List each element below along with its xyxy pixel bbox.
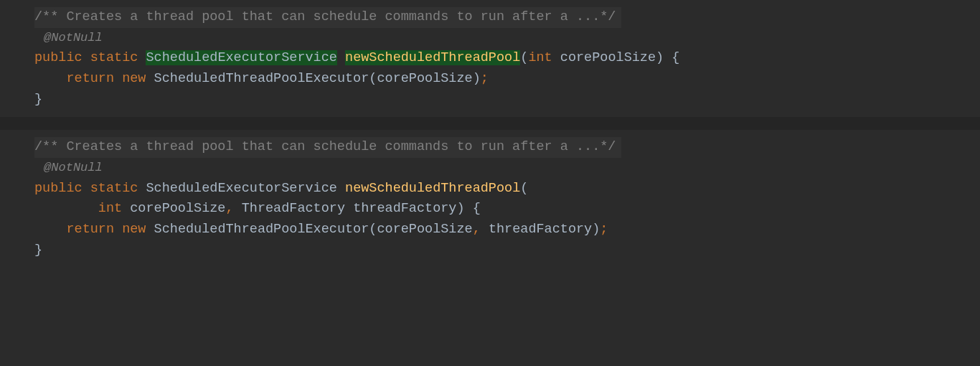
return-keyword: return bbox=[66, 222, 114, 237]
block-separator bbox=[0, 117, 980, 130]
javadoc-comment: /** Creates a thread pool that can sched… bbox=[34, 9, 616, 24]
return-type: ScheduledExecutorService bbox=[146, 50, 336, 65]
static-keyword: static bbox=[90, 50, 138, 65]
method-signature-line-1: public static ScheduledExecutorService n… bbox=[34, 179, 980, 200]
public-keyword: public bbox=[34, 181, 83, 196]
new-keyword: new bbox=[122, 222, 146, 237]
code-editor[interactable]: /** Creates a thread pool that can sched… bbox=[0, 0, 980, 268]
method-name: newScheduledThreadPool bbox=[345, 50, 520, 65]
param2-name: threadFactory bbox=[353, 201, 456, 216]
close-brace-line: } bbox=[34, 90, 980, 111]
param1-name: corePoolSize bbox=[130, 201, 225, 216]
close-brace-line: } bbox=[34, 240, 980, 261]
method-block-1: /** Creates a thread pool that can sched… bbox=[0, 0, 980, 117]
constructor-call: ScheduledThreadPoolExecutor bbox=[154, 222, 369, 237]
return-type: ScheduledExecutorService bbox=[146, 181, 336, 196]
static-keyword: static bbox=[90, 181, 138, 196]
public-keyword: public bbox=[34, 50, 83, 65]
constructor-arg1: corePoolSize bbox=[377, 222, 472, 237]
method-signature-line-2: int corePoolSize, ThreadFactory threadFa… bbox=[34, 199, 980, 220]
constructor-arg2: threadFactory bbox=[489, 222, 592, 237]
notnull-annotation: @NotNull bbox=[42, 31, 103, 44]
notnull-annotation: @NotNull bbox=[42, 161, 103, 174]
constructor-call: ScheduledThreadPoolExecutor bbox=[154, 71, 369, 86]
new-keyword: new bbox=[122, 71, 146, 86]
annotation-line: @NotNull bbox=[34, 28, 980, 49]
param2-type: ThreadFactory bbox=[242, 201, 345, 216]
param1-type: int bbox=[98, 201, 122, 216]
return-line: return new ScheduledThreadPoolExecutor(c… bbox=[34, 220, 980, 240]
annotation-line: @NotNull bbox=[34, 158, 980, 179]
method-block-2: /** Creates a thread pool that can sched… bbox=[0, 130, 980, 268]
javadoc-line: /** Creates a thread pool that can sched… bbox=[34, 137, 980, 158]
javadoc-comment: /** Creates a thread pool that can sched… bbox=[34, 139, 616, 154]
javadoc-line: /** Creates a thread pool that can sched… bbox=[34, 7, 980, 28]
param-type: int bbox=[528, 50, 552, 65]
return-line: return new ScheduledThreadPoolExecutor(c… bbox=[34, 69, 980, 90]
method-name: newScheduledThreadPool bbox=[345, 181, 520, 196]
constructor-arg: corePoolSize bbox=[377, 71, 472, 86]
return-keyword: return bbox=[66, 71, 114, 86]
method-signature-line: public static ScheduledExecutorService n… bbox=[34, 48, 980, 69]
param-name: corePoolSize bbox=[560, 50, 656, 65]
